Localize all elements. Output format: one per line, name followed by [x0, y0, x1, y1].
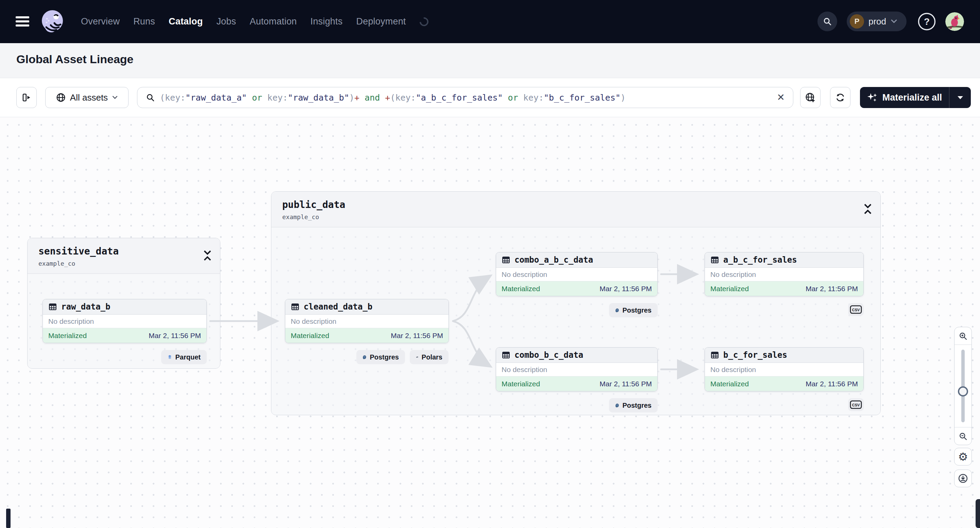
lineage-canvas[interactable]: sensitive_data example_co public_data ex…	[0, 117, 980, 528]
loading-spinner-icon	[418, 15, 430, 28]
asset-description: No description	[43, 315, 207, 328]
group-subtitle: example_co	[282, 213, 319, 220]
asset-node-header: a_b_c_for_sales	[705, 252, 863, 268]
download-graph-button[interactable]	[954, 469, 972, 487]
table-icon	[710, 255, 719, 264]
add-scope-button[interactable]	[800, 87, 821, 108]
table-icon	[501, 350, 511, 360]
asset-node-cleaned_data_b[interactable]: cleaned_data_b No description Materializ…	[285, 299, 449, 343]
nav-item-runs[interactable]: Runs	[133, 16, 155, 27]
tag-label: Postgres	[370, 354, 399, 361]
table-icon	[501, 255, 511, 264]
materialize-all-main[interactable]: Materialize all	[860, 87, 949, 108]
asset-name: b_c_for_sales	[723, 350, 787, 360]
page-title: Global Asset Lineage	[16, 53, 134, 66]
nav-item-automation[interactable]: Automation	[250, 16, 297, 27]
user-avatar[interactable]	[945, 12, 964, 31]
asset-node-raw_data_b[interactable]: raw_data_b No description Materialized M…	[43, 299, 207, 343]
asset-name: combo_b_c_data	[514, 350, 583, 360]
materialization-timestamp[interactable]: Mar 2, 11:56 PM	[149, 331, 201, 340]
materialization-timestamp[interactable]: Mar 2, 11:56 PM	[805, 380, 858, 388]
asset-description: No description	[285, 315, 449, 328]
csv-icon: CSV	[850, 400, 862, 409]
asset-node-combo_a_b_c_data[interactable]: combo_a_b_c_data No description Material…	[496, 252, 658, 296]
materialize-options-button[interactable]	[949, 87, 971, 108]
group-header: sensitive_data example_co	[27, 238, 220, 274]
menu-icon[interactable]	[16, 16, 29, 27]
global-search-button[interactable]	[818, 11, 837, 31]
nav-item-overview[interactable]: Overview	[81, 16, 120, 27]
group-subtitle: example_co	[38, 260, 75, 267]
nav-item-jobs[interactable]: Jobs	[216, 16, 236, 27]
asset-status-row: Materialized Mar 2, 11:56 PM	[496, 281, 657, 296]
tag-polars[interactable]: Polars	[410, 350, 449, 364]
materialize-all-button[interactable]: Materialize all	[860, 87, 971, 108]
download-icon	[958, 473, 968, 484]
tag-postgres[interactable]: Postgres	[356, 350, 405, 364]
asset-node-combo_b_c_data[interactable]: combo_b_c_data No description Materializ…	[496, 347, 658, 392]
open-sidebar-button[interactable]	[16, 87, 37, 108]
caret-down-icon	[957, 95, 964, 100]
zoom-in-icon	[958, 331, 968, 341]
group-title: sensitive_data	[38, 246, 119, 257]
asset-status-row: Materialized Mar 2, 11:56 PM	[496, 376, 657, 391]
page-header: Global Asset Lineage Reload definitions	[0, 43, 980, 78]
environment-switcher[interactable]: P prod	[847, 11, 907, 31]
tag-csv[interactable]: CSV	[848, 303, 864, 316]
asset-status-row: Materialized Mar 2, 11:56 PM	[705, 281, 863, 296]
tag-label: Postgres	[622, 401, 652, 409]
help-button[interactable]: ?	[918, 12, 936, 31]
asset-description: No description	[705, 268, 863, 281]
materialization-timestamp[interactable]: Mar 2, 11:56 PM	[805, 285, 858, 293]
zoom-controls	[954, 327, 972, 445]
asset-name: a_b_c_for_sales	[723, 255, 797, 265]
asset-description: No description	[496, 268, 657, 281]
asset-node-header: b_c_for_sales	[705, 347, 863, 363]
chevron-down-icon	[112, 95, 118, 100]
status-badge: Materialized	[48, 331, 87, 340]
asset-query-input[interactable]: (key:"raw_data_a" or key:"raw_data_b")+ …	[137, 87, 793, 108]
status-badge: Materialized	[710, 380, 749, 388]
collapse-group-icon[interactable]	[863, 203, 873, 216]
postgres-icon	[363, 353, 367, 362]
asset-node-header: combo_a_b_c_data	[496, 252, 657, 268]
asset-node-b_c_for_sales[interactable]: b_c_for_sales No description Materialize…	[705, 347, 864, 392]
status-badge: Materialized	[710, 285, 749, 293]
nav-item-insights[interactable]: Insights	[310, 16, 343, 27]
right-drawer-handle[interactable]	[975, 499, 980, 528]
collapse-group-icon[interactable]	[202, 249, 213, 262]
graph-settings-button[interactable]: ⚙	[954, 448, 972, 466]
asset-node-a_b_c_for_sales[interactable]: a_b_c_for_sales No description Materiali…	[705, 252, 864, 296]
status-badge: Materialized	[501, 380, 540, 388]
nav-item-catalog[interactable]: Catalog	[169, 16, 203, 27]
asset-name: raw_data_b	[61, 302, 110, 312]
zoom-in-button[interactable]	[955, 327, 972, 345]
postgres-icon	[615, 401, 619, 410]
materialization-timestamp[interactable]: Mar 2, 11:56 PM	[391, 331, 443, 340]
dagster-logo-icon[interactable]	[40, 9, 65, 35]
nav-item-deployment[interactable]: Deployment	[356, 16, 406, 27]
left-drawer-handle[interactable]	[6, 509, 11, 528]
refresh-button[interactable]	[830, 87, 850, 108]
zoom-out-button[interactable]	[955, 427, 972, 445]
tag-csv[interactable]: CSV	[848, 398, 864, 411]
search-icon	[146, 93, 155, 102]
tag-parquet[interactable]: Parquet	[161, 350, 207, 364]
materialization-timestamp[interactable]: Mar 2, 11:56 PM	[600, 380, 652, 388]
svg-text:CSV: CSV	[852, 403, 860, 407]
question-icon: ?	[918, 12, 936, 31]
zoom-slider-track[interactable]	[961, 350, 965, 422]
asset-query-text: (key:"raw_data_a" or key:"raw_data_b")+ …	[160, 93, 772, 103]
asset-description: No description	[496, 363, 657, 376]
status-badge: Materialized	[291, 331, 329, 340]
asset-scope-dropdown[interactable]: All assets	[45, 87, 129, 108]
clear-query-button[interactable]: ✕	[777, 93, 785, 102]
zoom-slider-thumb[interactable]	[958, 386, 968, 396]
materialization-timestamp[interactable]: Mar 2, 11:56 PM	[600, 285, 652, 293]
tag-postgres[interactable]: Postgres	[609, 398, 658, 412]
zoom-slider[interactable]	[955, 345, 972, 427]
asset-node-header: combo_b_c_data	[496, 347, 657, 363]
primary-nav: Overview Runs Catalog Jobs Automation In…	[81, 0, 428, 43]
asset-node-header: cleaned_data_b	[285, 299, 449, 315]
tag-postgres[interactable]: Postgres	[609, 303, 658, 317]
